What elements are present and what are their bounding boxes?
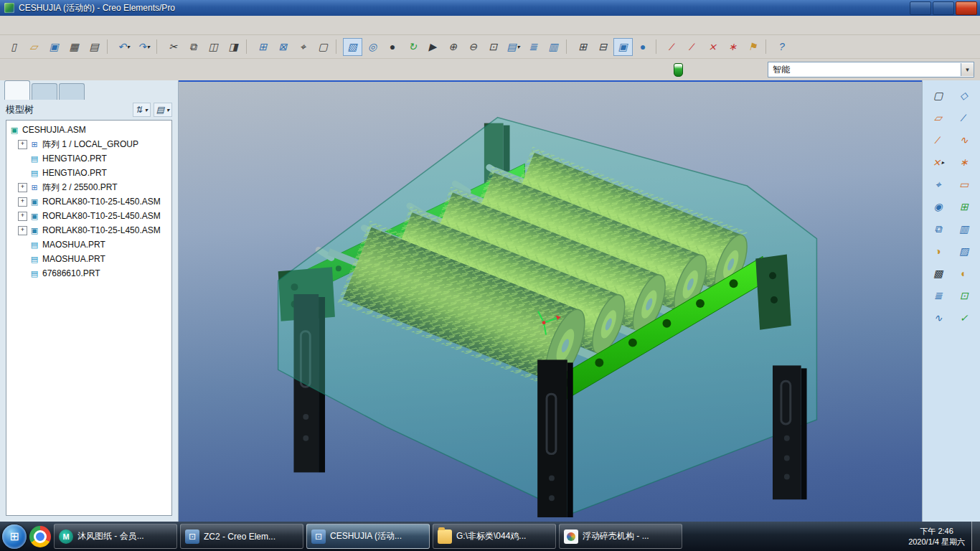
axis-tool[interactable]: ⌖	[928, 175, 949, 194]
saved-views-button[interactable]: ▤ ▾	[504, 38, 523, 56]
save-button[interactable]: ▣	[44, 38, 64, 56]
sketch-line-tool[interactable]: ∕	[928, 131, 949, 149]
done-tool[interactable]: ✓	[954, 309, 975, 327]
sep-3[interactable]	[246, 39, 250, 54]
start-button[interactable]: ⊞	[2, 524, 27, 549]
annotation-toggle[interactable]: ⚑	[743, 38, 763, 56]
undo-button[interactable]: ↶ ▾	[114, 38, 133, 56]
menu-item[interactable]	[132, 23, 145, 27]
pattern-tool[interactable]: ⊞	[954, 197, 975, 216]
flex-curve-tool[interactable]: ∿	[928, 309, 949, 327]
shade-button[interactable]: ◎	[363, 38, 382, 56]
sep-6[interactable]	[656, 39, 660, 54]
context-help-button[interactable]: ?	[773, 38, 792, 56]
model-check-icon[interactable]	[674, 63, 683, 77]
zoom-in-button[interactable]: ⊕	[443, 38, 463, 56]
menu-item[interactable]	[29, 23, 42, 27]
table-tool[interactable]: ▥	[954, 220, 975, 238]
frame-front-leg[interactable]	[537, 359, 573, 517]
tree-item[interactable]: 阵列 2 / 25500.PRT	[6, 180, 171, 194]
menu-item[interactable]	[3, 23, 16, 27]
expand-toggle[interactable]	[18, 212, 27, 221]
rect-tool[interactable]: ▭	[954, 175, 975, 194]
taskbar-zc2[interactable]: ⊡ ZC2 - Creo Elem...	[180, 524, 303, 549]
model-display-button[interactable]: ●	[633, 38, 653, 56]
copy-button[interactable]: ⧉	[184, 38, 203, 56]
expand-toggle[interactable]	[18, 183, 27, 192]
tree-item[interactable]: MAOSHUA.PRT	[6, 252, 171, 266]
view-manager-button[interactable]: ▥	[544, 38, 563, 56]
find-button[interactable]: ⌖	[293, 38, 313, 56]
sep-2[interactable]	[156, 39, 161, 54]
menu-item[interactable]	[80, 23, 93, 27]
datum-point-tool[interactable]: ⨯ ▸	[928, 153, 949, 171]
menu-item[interactable]	[16, 23, 29, 27]
graphics-area[interactable]	[179, 80, 922, 522]
show-desktop-button[interactable]	[971, 522, 980, 551]
menu-item[interactable]	[42, 23, 55, 27]
taskbar-explorer[interactable]: G:\非标类\044鸡...	[433, 524, 556, 549]
close-button[interactable]	[956, 1, 977, 15]
datum-csys-tool[interactable]: ∗	[954, 153, 975, 171]
zoom-out-button[interactable]: ⊖	[463, 38, 483, 56]
taskbar-clock[interactable]: 下午 2:46 2020/1/4 星期六	[908, 526, 965, 547]
print-button[interactable]: ▦	[65, 38, 84, 56]
selection-filter-combo[interactable]: 智能 ▼	[768, 62, 974, 77]
3d-model-canvas[interactable]	[179, 82, 922, 522]
datum-plane-tool[interactable]: ▱	[928, 108, 949, 127]
tree-item[interactable]: HENGTIAO.PRT	[6, 151, 171, 166]
tree-item[interactable]: HENGTIAO.PRT	[6, 166, 171, 180]
menu-item[interactable]	[93, 23, 106, 27]
tree-item[interactable]: MAOSHUA.PRT	[6, 237, 171, 252]
new-file-button[interactable]: ▯	[4, 38, 24, 56]
tree-item[interactable]: RORLAK80-T10-25-L450.ASM	[6, 223, 171, 237]
right-bracket[interactable]	[755, 254, 791, 329]
tree-item[interactable]: 阵列 1 / LOCAL_GROUP	[6, 137, 171, 151]
spin-center-button[interactable]: ↻	[403, 38, 423, 56]
component-tool[interactable]: ⊡	[954, 286, 975, 305]
taskbar-mufeng[interactable]: M 沐风图纸 - 会员...	[54, 524, 177, 549]
model-tree-tab[interactable]	[4, 80, 30, 100]
combo-arrow-icon[interactable]: ▼	[961, 63, 974, 76]
dropdown-arrow-icon[interactable]: ▾	[517, 44, 520, 50]
menu-item[interactable]	[106, 23, 119, 27]
layers-list-tool[interactable]: ≣	[928, 286, 949, 305]
spline-tool[interactable]: ∿	[954, 131, 975, 149]
menu-item[interactable]	[119, 23, 132, 27]
print-preview-button[interactable]: ▤	[85, 38, 104, 56]
refit-button[interactable]: ⊡	[484, 38, 503, 56]
appearance-tool[interactable]: ◐	[954, 264, 975, 283]
hole-tool[interactable]: ◉	[928, 197, 949, 216]
select-region-tool[interactable]: ▢	[928, 86, 949, 105]
select-box-button[interactable]: ▢	[314, 38, 333, 56]
regenerate-button[interactable]: ⊞	[253, 38, 273, 56]
sep-7[interactable]	[765, 39, 770, 54]
dropdown-arrow-icon[interactable]: ▾	[147, 44, 150, 50]
tree-columns-button[interactable]: ▤ ▾	[154, 103, 172, 117]
sep-1[interactable]	[107, 39, 111, 54]
sep-5[interactable]	[566, 39, 570, 54]
tree-item[interactable]: RORLAK80-T10-25-L450.ASM	[6, 209, 171, 223]
redo-button[interactable]: ↷ ▾	[134, 38, 154, 56]
wireframe-tool[interactable]: ▩	[928, 264, 949, 283]
paste-special-button[interactable]: ◨	[224, 38, 243, 56]
datum-csys-toggle[interactable]: ∗	[723, 38, 743, 56]
tree-item[interactable]: 67686610.PRT	[6, 266, 171, 281]
sep-4[interactable]	[336, 39, 340, 54]
menu-item[interactable]	[55, 23, 67, 27]
expand-toggle[interactable]	[18, 197, 27, 207]
orient-mode-button[interactable]: ▶	[423, 38, 443, 56]
menu-item[interactable]	[67, 23, 80, 27]
maximize-button[interactable]	[933, 1, 954, 15]
datum-axis-toggle[interactable]: ∕	[683, 38, 702, 56]
datum-axis-tool[interactable]: ∕	[954, 108, 975, 127]
flyout-arrow-icon[interactable]: ▸	[941, 159, 944, 166]
dropdown-arrow-icon[interactable]: ▾	[127, 44, 130, 50]
enhanced-realism-button[interactable]: ●	[383, 38, 402, 56]
datum-point-toggle[interactable]: ⨯	[703, 38, 722, 56]
tree-filters-button[interactable]: ⇅ ▾	[133, 103, 151, 117]
expand-toggle[interactable]	[18, 226, 27, 235]
window-cascade-button[interactable]: ⊟	[593, 38, 613, 56]
layer-tree-tab[interactable]	[32, 83, 57, 100]
open-file-button[interactable]: ▱	[24, 38, 44, 56]
